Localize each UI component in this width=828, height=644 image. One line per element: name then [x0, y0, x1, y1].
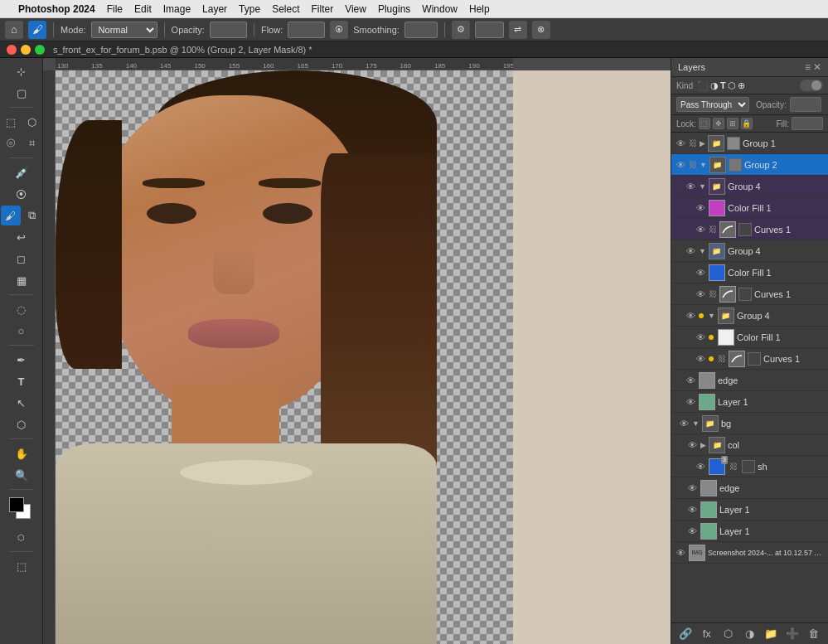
visibility-icon[interactable]: 👁	[695, 353, 706, 365]
eraser-tool[interactable]: ◻	[12, 249, 31, 269]
brush-tool-icon[interactable]: 🖌	[28, 21, 46, 39]
visibility-icon[interactable]: 👁	[685, 375, 696, 386]
collapse-arrow[interactable]: ▼	[700, 161, 707, 169]
layer-item-bg[interactable]: 👁 ▼ 📁 bg	[671, 413, 828, 434]
layer-item-curves1-blue[interactable]: 👁 ⛓ Curves 1	[671, 283, 828, 305]
layer-item-group4-blue[interactable]: 👁 ▼ 📁 Group 4	[671, 240, 828, 262]
visibility-icon[interactable]: 👁	[678, 418, 690, 429]
lock-artboard-icon[interactable]: ⊞	[727, 118, 738, 129]
layer-item-group2[interactable]: 👁 ⛓ ▼ 📁 Group 2	[671, 154, 828, 176]
path-select-tool[interactable]: ↖	[12, 393, 31, 413]
lock-pixel-icon[interactable]: ⬚	[699, 118, 710, 129]
settings-icon[interactable]: ⚙	[452, 21, 470, 39]
opacity-input[interactable]: 100%	[210, 22, 247, 38]
layer-item-sh[interactable]: 👁 3 ⛓ sh	[671, 456, 828, 477]
new-group-button[interactable]: 📁	[763, 626, 779, 642]
menu-edit[interactable]: Edit	[134, 3, 152, 15]
visibility-icon[interactable]: 👁	[695, 202, 706, 214]
opacity-row-input[interactable]: 100%	[790, 97, 821, 112]
pen-tool[interactable]: ✒	[12, 350, 31, 370]
filter-toggle[interactable]	[800, 80, 823, 91]
dodge-tool[interactable]: ○	[12, 321, 31, 341]
collapse-arrow[interactable]: ▼	[699, 247, 706, 255]
layer-item-colorfill1-blue[interactable]: 👁 Color Fill 1	[671, 262, 828, 283]
filter-smart-icon[interactable]: ⊕	[738, 80, 745, 91]
gradient-tool[interactable]: ▦	[12, 270, 31, 290]
zoom-tool[interactable]: 🔍	[12, 465, 31, 485]
shape-tool[interactable]: ⬡	[12, 414, 31, 434]
menu-select[interactable]: Select	[272, 3, 299, 15]
visibility-icon[interactable]: 👁	[675, 159, 686, 171]
menu-plugins[interactable]: Plugins	[378, 3, 410, 15]
blur-tool[interactable]: ◌	[12, 299, 31, 319]
airbrush-icon[interactable]: ⦿	[330, 21, 348, 39]
visibility-icon[interactable]: 👁	[675, 547, 686, 559]
new-layer-button[interactable]: ➕	[784, 626, 801, 642]
menu-help[interactable]: Help	[469, 3, 490, 15]
extra-icon[interactable]: ⊗	[532, 21, 550, 39]
link-layers-button[interactable]: 🔗	[677, 626, 694, 642]
panel-menu-icon[interactable]: ≡	[805, 61, 811, 73]
layer-item-curves1-yellow[interactable]: 👁 ⛓ Curves 1	[671, 348, 828, 370]
visibility-icon[interactable]: 👁	[686, 439, 698, 451]
panel-close-icon[interactable]: ✕	[813, 61, 821, 73]
foreground-color[interactable]	[9, 497, 24, 512]
collapse-arrow[interactable]: ▶	[700, 441, 706, 449]
quick-mask-tool[interactable]: ⬡	[12, 527, 31, 547]
lasso-tool[interactable]: ⬡	[22, 112, 42, 132]
fill-input[interactable]: 100%	[792, 117, 823, 130]
menu-type[interactable]: Type	[239, 3, 260, 15]
minimize-button[interactable]	[21, 45, 31, 55]
blend-mode-select[interactable]: Pass Through Normal Multiply Screen	[676, 97, 749, 112]
visibility-icon[interactable]: 👁	[695, 461, 706, 472]
layer-item-layer1-bg2[interactable]: 👁 Layer 1	[671, 521, 828, 542]
layer-item-curves1-purple[interactable]: 👁 ⛓ Curves 1	[671, 219, 828, 240]
visibility-icon[interactable]: 👁	[695, 332, 706, 343]
filter-adj-icon[interactable]: ◑	[710, 80, 719, 91]
history-brush-tool[interactable]: ↩	[12, 227, 31, 247]
smoothing-input[interactable]: 0%	[404, 22, 438, 38]
layer-item-edge-bg[interactable]: 👁 edge	[671, 477, 828, 499]
angle-input[interactable]: 0°	[475, 22, 504, 38]
marquee-tool[interactable]: ⬚	[1, 112, 21, 132]
collapse-arrow[interactable]: ▼	[699, 182, 706, 191]
visibility-icon[interactable]: 👁	[685, 310, 696, 322]
symmetry-icon[interactable]: ⇌	[509, 21, 527, 39]
menu-view[interactable]: View	[345, 3, 366, 15]
visibility-icon[interactable]: 👁	[695, 224, 706, 235]
collapse-arrow[interactable]: ▼	[692, 419, 700, 428]
visibility-icon[interactable]: 👁	[675, 138, 686, 149]
menu-file[interactable]: File	[107, 3, 123, 15]
menu-layer[interactable]: Layer	[202, 3, 227, 15]
brush-tool[interactable]: 🖌	[1, 206, 21, 225]
menu-image[interactable]: Image	[163, 3, 191, 15]
flow-input[interactable]: 10%	[288, 22, 325, 38]
layer-item-colorfill1-purple[interactable]: 👁 Color Fill 1	[671, 197, 828, 219]
clone-tool[interactable]: ⧉	[22, 206, 42, 225]
visibility-icon[interactable]: 👁	[686, 525, 698, 537]
filter-shape-icon[interactable]: ⬡	[728, 80, 736, 91]
change-screen-mode[interactable]: ⬚	[12, 556, 31, 576]
lock-all-icon[interactable]: 🔒	[741, 118, 753, 129]
layer-item-group4-purple[interactable]: 👁 ▼ 📁 Group 4	[671, 176, 828, 197]
layer-item-layer1-a[interactable]: 👁 Layer 1	[671, 391, 828, 413]
mode-select[interactable]: Normal	[91, 22, 157, 38]
type-tool[interactable]: T	[12, 371, 31, 391]
visibility-icon[interactable]: 👁	[685, 181, 696, 192]
layer-item-col[interactable]: 👁 ▶ 📁 col	[671, 434, 828, 456]
crop-tool[interactable]: ⌗	[22, 133, 42, 153]
maximize-button[interactable]	[35, 45, 45, 55]
new-adj-layer-button[interactable]: ◑	[741, 626, 758, 642]
hand-tool[interactable]: ✋	[12, 443, 31, 463]
layer-item-screenshot[interactable]: 👁 IMG Screenshot 2024-... at 10.12.57 AM	[671, 542, 828, 564]
quick-select-tool[interactable]: ⦾	[1, 133, 21, 153]
visibility-icon[interactable]: 👁	[695, 288, 706, 300]
filter-pixel-icon[interactable]: ⬛	[697, 80, 709, 91]
visibility-icon[interactable]: 👁	[686, 482, 698, 494]
collapse-arrow[interactable]: ▶	[700, 139, 705, 148]
collapse-arrow[interactable]: ▼	[708, 312, 715, 320]
layer-item-layer1-bg[interactable]: 👁 Layer 1	[671, 499, 828, 521]
add-mask-button[interactable]: ⬡	[720, 626, 737, 642]
layer-item-group4-yellow[interactable]: 👁 ▼ 📁 Group 4	[671, 305, 828, 327]
visibility-icon[interactable]: 👁	[685, 245, 696, 257]
